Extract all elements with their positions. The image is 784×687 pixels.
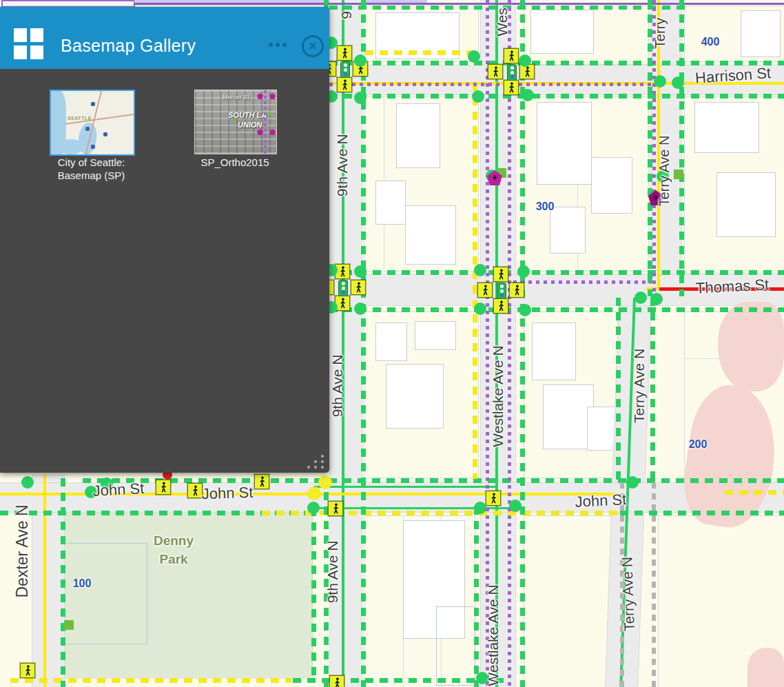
map-viewport[interactable]: ++Harrison StThomas StJohn StJohn StJohn… (0, 0, 784, 687)
panel-header-dragbar[interactable]: Basemap Gallery ✕ (0, 7, 329, 69)
grid-icon-square (14, 45, 27, 59)
interstate-shield-icon (103, 132, 107, 136)
thumbnail-city-label: SEATTLE (68, 116, 92, 121)
building-footprint (741, 10, 781, 57)
ellipsis-icon[interactable] (269, 40, 292, 50)
street-label: Denny (154, 533, 194, 548)
pink-area (747, 648, 784, 687)
basemap-gallery-panel: Basemap Gallery ✕ SEATTLE City of Seattl… (0, 7, 329, 473)
building-footprint (716, 172, 776, 237)
pink-area (718, 302, 784, 391)
curb-ramp-circle (474, 264, 486, 276)
sidewalk-dash-line (10, 678, 291, 683)
curb-ramp-circle (672, 76, 684, 89)
street-label: Terry Ave N (619, 557, 638, 632)
curb-ramp-circle (626, 476, 639, 489)
street-label: 9th Ave N (334, 134, 351, 197)
sidewalk-dash-line (650, 298, 655, 484)
pedestrian-signal-icon (328, 501, 343, 516)
basemap-thumbnail-ortho[interactable]: Mercer St SOUTH LA UNION (194, 90, 277, 154)
caption-line: SP_Ortho2015 (180, 156, 289, 169)
yellow-circle-marker (318, 475, 332, 489)
building-footprint (405, 205, 456, 265)
curb-ramp-circle (519, 54, 531, 67)
curb-ramp-circle (654, 75, 666, 88)
sidewalk-dash-line (329, 270, 784, 275)
building-footprint (543, 384, 594, 449)
pedestrian-signal-icon (504, 80, 519, 95)
route-dot-line (329, 83, 660, 86)
street-label: Park (159, 552, 187, 567)
sidewalk-dash-line (61, 478, 65, 687)
curb-ramp-circle (522, 89, 534, 101)
building-footprint (396, 103, 440, 168)
building-footprint (375, 322, 407, 361)
traffic-signal-icon (340, 61, 350, 78)
resize-handle-icon[interactable] (307, 455, 325, 470)
panel-title: Basemap Gallery (61, 36, 196, 56)
curb-ramp-circle (307, 502, 320, 514)
curb-ramp-circle (354, 303, 367, 315)
street-label: 9th Ave N (329, 355, 346, 418)
interstate-shield-icon (85, 127, 90, 131)
pedestrian-signal-icon (351, 280, 366, 295)
building-footprint (532, 322, 576, 380)
sidewalk-dash-line (473, 83, 477, 479)
interstate-shield-icon (91, 145, 95, 149)
sidewalk-dash-line (725, 490, 784, 495)
building-outline (63, 543, 147, 644)
route-dot-line (513, 280, 651, 284)
marker-pentagon (269, 129, 276, 135)
pedestrian-signal-icon (337, 77, 352, 92)
pedestrian-signal-icon (477, 283, 493, 298)
interstate-shield-icon (91, 102, 95, 106)
pedestrian-signal-icon (20, 663, 35, 678)
building-footprint (375, 181, 406, 225)
street-label: Westlake Ave N (485, 584, 502, 686)
pedestrian-signal-icon (486, 491, 501, 506)
pedestrian-signal-icon (254, 474, 269, 489)
thumbnail-caption: SP_Ortho2015 (180, 156, 289, 169)
street-line (43, 474, 46, 687)
building-footprint (587, 407, 617, 451)
street-line (134, 3, 784, 5)
street-label: Thomas St (695, 276, 770, 298)
close-icon[interactable]: ✕ (302, 35, 324, 57)
block-number: 400 (701, 36, 720, 48)
curb-ramp-circle (354, 54, 367, 67)
street-label: 9 (338, 11, 355, 19)
curb-ramp-circle (472, 90, 484, 103)
pedestrian-signal-icon (329, 675, 344, 687)
building-footprint (386, 364, 444, 429)
block-number: 100 (73, 577, 92, 590)
sidewalk-dash-line (365, 50, 475, 55)
sidewalk-dash-line (679, 0, 684, 296)
curb-ramp-circle (517, 265, 530, 278)
sidewalk-dash-line (652, 482, 656, 687)
grid-icon-square (30, 45, 43, 59)
green-square-marker (674, 170, 683, 179)
traffic-signal-icon (338, 280, 348, 296)
curb-ramp-circle (354, 92, 367, 104)
building-footprint (537, 102, 592, 185)
curb-ramp-circle (474, 502, 486, 514)
grid-icon-square (14, 28, 27, 42)
water-shape (56, 139, 84, 154)
thumbnail-caption: City of Seattle: Basemap (SP) (28, 156, 155, 182)
building-footprint (694, 102, 759, 153)
yellow-circle-marker (307, 486, 321, 500)
grid-icon (14, 28, 45, 60)
pedestrian-signal-icon (156, 480, 171, 495)
pedestrian-signal-icon (187, 483, 203, 498)
marker-pentagon (269, 93, 276, 99)
basemap-thumbnail-seattle[interactable]: SEATTLE (50, 90, 135, 156)
street-line (342, 0, 344, 687)
street-label: Wes (494, 8, 510, 37)
pedestrian-signal-icon (488, 64, 503, 79)
traffic-signal-icon (497, 283, 506, 299)
sidewalk-dash-line (329, 307, 784, 312)
marker-square (268, 112, 271, 116)
caption-line: Basemap (SP) (28, 169, 155, 182)
street-label: Westlake Ave N (490, 345, 506, 447)
building-footprint (415, 321, 456, 350)
